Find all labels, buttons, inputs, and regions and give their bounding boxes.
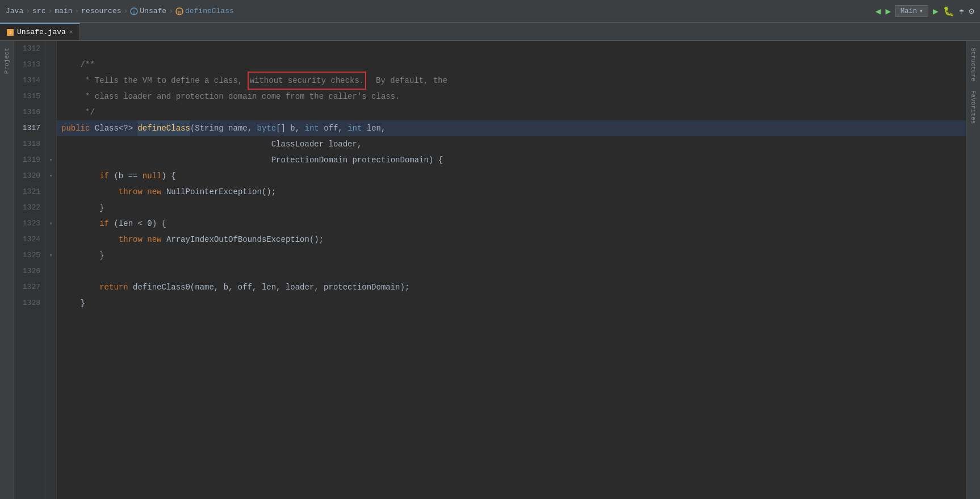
line-number: 1321 [23,184,40,200]
line-number: 1316 [23,104,40,120]
type-name: String [195,120,223,136]
code-line: * class loader and protection domain com… [57,89,966,104]
code-text: ) { [161,168,175,184]
line-number: 1324 [23,232,40,248]
code-line [57,41,966,57]
tab-label: Unsafe.java [17,28,66,36]
code-editor[interactable]: /** * Tells the VM to define a class, wi… [57,41,966,499]
defineclass-icon: m [175,7,183,15]
line-number-gutter: 1312131313141315131613171318131913201321… [14,41,45,499]
keyword: new [147,232,161,248]
type-name: ArrayIndexOutOfBoundsException [166,232,309,248]
keyword: return [99,279,128,295]
comment-text: * Tells the VM to define a class, [61,73,248,89]
tab-bar: J Unsafe.java × [0,23,980,41]
code-text [143,232,147,248]
keyword: public [61,120,90,136]
code-line: throw new ArrayIndexOutOfBoundsException… [57,232,966,248]
keyword: null [143,168,162,184]
keyword: if [61,168,109,184]
fold-marker[interactable]: ▾ [49,216,53,232]
tab-file-icon: J [7,29,14,36]
fold-marker[interactable]: ▾ [49,152,53,168]
line-number: 1325 [23,248,40,263]
code-text [143,184,147,200]
sidebar-structure-label[interactable]: Structure [970,43,977,86]
coverage-button[interactable]: ☂ [959,6,965,17]
code-text: (); [262,184,276,200]
type-name: ClassLoader [271,136,324,152]
line-number: 1323 [23,216,40,232]
breadcrumb-defineclass[interactable]: m defineClass [175,7,234,15]
line-number: 1315 [23,89,40,104]
left-sidebar-strip: Project [0,41,14,499]
nav-back-button[interactable]: ◀ [876,6,881,17]
line-number: 1328 [23,295,40,311]
comment-text: * class loader and protection domain com… [61,89,400,104]
code-text [161,184,166,200]
fold-marker[interactable]: ▾ [49,248,53,263]
breadcrumb-src[interactable]: src [32,7,45,15]
comment-text: */ [61,104,95,120]
top-bar: Java › src › main › resources › U Unsafe… [0,0,980,23]
code-text: protectionDomain) { [347,152,443,168]
code-text: len, [362,120,386,136]
code-line: public Class<?> defineClass(String name,… [57,120,966,136]
code-text: loader, [324,136,362,152]
code-line: /** [57,57,966,73]
right-sidebar-strip: Structure Favorites [966,41,980,499]
run-config-selector[interactable]: Main ▾ [895,5,928,17]
code-line [57,263,966,279]
code-line: } [57,295,966,311]
main-layout: Project 13121313131413151316131713181319… [0,41,980,499]
code-text: <?> [119,120,138,136]
code-text: off, [319,120,347,136]
nav-forward-button[interactable]: ▶ [885,6,891,17]
code-line: ProtectionDomain protectionDomain) { [57,152,966,168]
code-text [61,216,99,232]
dropdown-arrow-icon: ▾ [919,7,923,15]
top-right-controls: ◀ ▶ Main ▾ ▶ 🐛 ☂ ⚙ [876,5,974,17]
line-number: 1319 [23,152,40,168]
line-number: 1313 [23,57,40,73]
fold-marker[interactable]: ▾ [49,168,53,184]
primitive-type: int [347,120,362,136]
code-line: } [57,200,966,216]
fold-gutter: ▾▾▾▾ [45,41,57,499]
primitive-type: byte [257,120,277,136]
tab-unsafe-java[interactable]: J Unsafe.java × [0,23,80,40]
code-line: * Tells the VM to define a class, withou… [57,73,966,89]
line-number: 1320 [23,168,40,184]
sidebar-favorites-label[interactable]: Favorites [970,86,977,128]
tab-close-button[interactable]: × [69,29,73,36]
code-line: if (b == null) { [57,168,966,184]
code-text [90,120,94,136]
code-line: return defineClass0(name, b, off, len, l… [57,279,966,295]
breadcrumb-unsafe[interactable]: U Unsafe [130,7,166,15]
line-number: 1327 [23,279,40,295]
comment-text: /** [61,57,95,73]
code-text: (b == [109,168,143,184]
breadcrumb-java[interactable]: Java [6,7,23,15]
keyword: throw [119,232,143,248]
code-text [61,152,271,168]
code-text: ( [190,120,195,136]
method-name: defineClass [137,120,190,136]
svg-text:J: J [9,31,11,35]
debug-button[interactable]: 🐛 [943,6,954,17]
comment-text: By default, the [366,73,447,89]
run-button[interactable]: ▶ [933,6,939,17]
breadcrumb-resources[interactable]: resources [81,7,121,15]
code-text [61,232,119,248]
code-text: [] b, [276,120,304,136]
code-line: } [57,248,966,263]
code-text: defineClass0(name, b, off, len, loader, … [128,279,410,295]
keyword: if [99,216,109,232]
code-line: */ [57,104,966,120]
sidebar-project-label[interactable]: Project [3,43,10,78]
breadcrumb-main[interactable]: main [55,7,72,15]
unsafe-icon: U [130,7,138,15]
keyword: throw [119,184,143,200]
line-number: 1318 [23,136,40,152]
settings-button[interactable]: ⚙ [969,6,974,17]
